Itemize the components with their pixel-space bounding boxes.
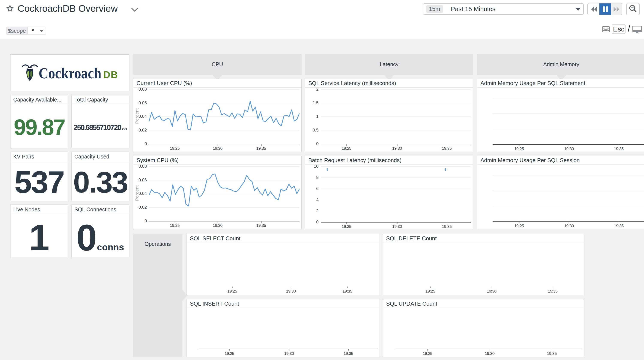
svg-text:DB: DB	[103, 69, 118, 80]
svg-text:Cockroach: Cockroach	[38, 65, 102, 82]
